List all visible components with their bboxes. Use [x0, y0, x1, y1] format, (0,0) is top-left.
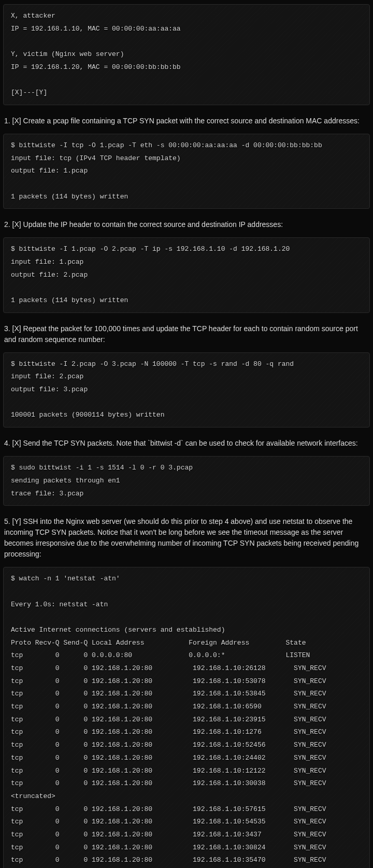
step1-code: $ bittwiste -I tcp -O 1.pcap -T eth -s 0…: [3, 134, 370, 209]
step3-description: 3. [X] Repeat the packet for 100,000 tim…: [0, 320, 373, 348]
step5-description: 5. [Y] SSH into the Nginx web server (we…: [0, 513, 373, 563]
intro-topology-block: X, attacker IP = 192.168.1.10, MAC = 00:…: [3, 4, 370, 105]
step4-description: 4. [X] Send the TCP SYN packets. Note th…: [0, 435, 373, 452]
step4-code: $ sudo bittwist -i 1 -s 1514 -l 0 -r 0 3…: [3, 456, 370, 506]
step1-description: 1. [X] Create a pcap file containing a T…: [0, 112, 373, 130]
step2-code: $ bittwiste -I 1.pcap -O 2.pcap -T ip -s…: [3, 237, 370, 312]
step3-code: $ bittwiste -I 2.pcap -O 3.pcap -N 10000…: [3, 352, 370, 428]
step2-description: 2. [X] Update the IP header to contain t…: [0, 216, 373, 233]
step5-code: $ watch -n 1 'netstat -atn' Every 1.0s: …: [3, 567, 370, 868]
